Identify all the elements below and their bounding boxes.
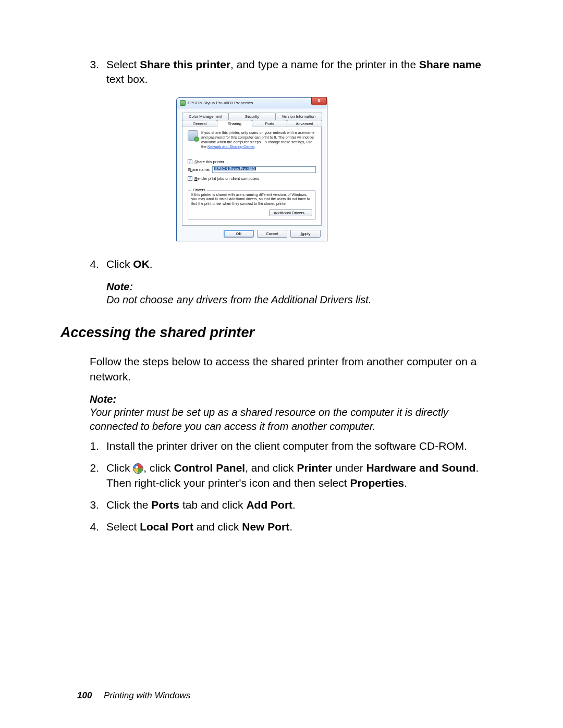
bold-ports: Ports: [151, 499, 179, 511]
note-body: Your printer must be set up as a shared …: [90, 405, 489, 434]
step-number: 1.: [77, 439, 106, 453]
section-heading: Accessing the shared printer: [60, 325, 489, 341]
tab-advanced[interactable]: Advanced: [287, 120, 322, 127]
access-step-3: 3. Click the Ports tab and click Add Por…: [77, 498, 489, 512]
access-step-1: 1. Install the printer driver on the cli…: [77, 439, 489, 453]
step-body: Select Share this printer, and type a na…: [106, 57, 489, 87]
page-number: 100: [77, 690, 92, 700]
text: Select: [106, 521, 140, 533]
note-label: Note:: [106, 281, 489, 293]
share-name-row: Share name: EPSON Stylus Pro 4880: [188, 166, 316, 173]
bold-printer: Printer: [297, 462, 332, 474]
text: .: [292, 499, 296, 511]
bold-new-port: New Port: [242, 521, 289, 533]
intro-paragraph: Follow the steps below to access the sha…: [77, 354, 489, 384]
note-2: Note: Your printer must be set up as a s…: [77, 393, 489, 434]
dialog-bottom-buttons: OK Cancel Apply: [177, 230, 327, 238]
tabs-area: Color Management Security Version Inform…: [177, 108, 327, 127]
access-step-4: 4. Select Local Port and click New Port.: [77, 520, 489, 534]
step-3: 3. Select Share this printer, and type a…: [77, 57, 489, 87]
chapter-title: Printing with Windows: [104, 690, 190, 700]
printer-share-icon: [188, 130, 198, 141]
network-sharing-center-link[interactable]: Network and Sharing Center: [207, 144, 254, 149]
bold-properties: Properties: [350, 477, 404, 489]
note-label: Note:: [90, 393, 489, 405]
bold-share-name: Share name: [419, 58, 481, 70]
access-step-2: 2. Click , click Control Panel, and clic…: [77, 461, 489, 490]
tab-version-information[interactable]: Version Information: [275, 113, 322, 120]
sharing-description: If you share this printer, only users on…: [188, 130, 316, 149]
step-number: 3.: [77, 57, 106, 87]
text: .: [150, 258, 153, 270]
bold-control-panel: Control Panel: [174, 462, 246, 474]
step-number: 4.: [77, 520, 106, 534]
step-body: Install the printer driver on the client…: [106, 439, 489, 453]
additional-drivers-button[interactable]: Additional Drivers...: [269, 209, 312, 216]
text: under: [332, 462, 366, 474]
tab-general[interactable]: General: [182, 120, 217, 127]
page-footer: 100 Printing with Windows: [77, 690, 190, 701]
step-body: Click , click Control Panel, and click P…: [106, 461, 489, 490]
note-1: Note: Do not choose any drivers from the…: [77, 281, 489, 307]
text: , and click: [245, 462, 297, 474]
sharing-description-text: If you share this printer, only users on…: [201, 130, 316, 149]
text: Click the: [106, 499, 151, 511]
step-4: 4. Click OK.: [77, 257, 489, 272]
share-this-printer-label: Share this printer: [194, 159, 224, 164]
step-number: 3.: [77, 498, 106, 512]
step-body: Click the Ports tab and click Add Port.: [106, 498, 489, 512]
text: , click: [143, 462, 174, 474]
windows-start-orb-icon: [133, 463, 143, 474]
drivers-button-row: Additional Drivers...: [191, 209, 312, 216]
apply-button[interactable]: Apply: [290, 230, 321, 238]
text: Click: [106, 258, 133, 270]
drivers-group-text: If this printer is shared with users run…: [191, 193, 312, 206]
note-body: Do not choose any drivers from the Addit…: [106, 293, 489, 307]
printer-icon: [180, 100, 186, 106]
page-content: 3. Select Share this printer, and type a…: [77, 57, 489, 542]
text: .: [254, 144, 255, 149]
drivers-group-title: Drivers: [191, 188, 207, 192]
share-name-label: Share name:: [188, 167, 210, 172]
cancel-button[interactable]: Cancel: [257, 230, 287, 238]
tab-sharing[interactable]: Sharing: [217, 120, 252, 127]
ok-button[interactable]: OK: [224, 230, 254, 238]
text: tab and click: [179, 499, 246, 511]
step-body: Select Local Port and click New Port.: [106, 520, 489, 534]
tab-row-bottom: General Sharing Ports Advanced: [182, 120, 322, 127]
dialog-title: EPSON Stylus Pro 4880 Properties: [188, 101, 253, 105]
dialog-figure: EPSON Stylus Pro 4880 Properties x Color…: [176, 97, 327, 241]
text: , and type a name for the printer in the: [230, 58, 419, 70]
text: Click: [106, 462, 133, 474]
tab-ports[interactable]: Ports: [252, 120, 287, 127]
step-body: Click OK.: [106, 257, 489, 272]
tab-row-top: Color Management Security Version Inform…: [182, 113, 322, 120]
render-jobs-label: Render print jobs on client computers: [194, 176, 259, 181]
bold-add-port: Add Port: [246, 499, 292, 511]
bold-hardware-and-sound: Hardware and Sound: [366, 462, 476, 474]
step-number: 4.: [77, 257, 106, 272]
text: and click: [193, 521, 242, 533]
bold-local-port: Local Port: [140, 521, 193, 533]
render-jobs-row: ✓ Render print jobs on client computers: [188, 176, 316, 181]
dialog-titlebar: EPSON Stylus Pro 4880 Properties x: [177, 98, 327, 108]
tab-color-management[interactable]: Color Management: [182, 113, 229, 120]
close-button[interactable]: x: [311, 97, 327, 105]
tab-security[interactable]: Security: [228, 113, 275, 120]
share-this-printer-checkbox[interactable]: ✓: [188, 159, 192, 164]
share-name-input[interactable]: EPSON Stylus Pro 4880: [212, 166, 316, 173]
sharing-panel: If you share this printer, only users on…: [182, 127, 322, 226]
text: text box.: [106, 73, 148, 85]
render-jobs-checkbox[interactable]: ✓: [188, 176, 192, 181]
bold-ok: OK: [133, 258, 150, 270]
drivers-group: Drivers If this printer is shared with u…: [188, 190, 316, 220]
step-number: 2.: [77, 461, 106, 490]
share-this-printer-row: ✓ Share this printer: [188, 159, 316, 164]
text: .: [289, 521, 292, 533]
share-name-value: EPSON Stylus Pro 4880: [214, 167, 256, 170]
bold-share-this-printer: Share this printer: [140, 58, 230, 70]
text: .: [404, 477, 407, 489]
printer-properties-dialog: EPSON Stylus Pro 4880 Properties x Color…: [176, 97, 327, 241]
text: Select: [106, 58, 140, 70]
